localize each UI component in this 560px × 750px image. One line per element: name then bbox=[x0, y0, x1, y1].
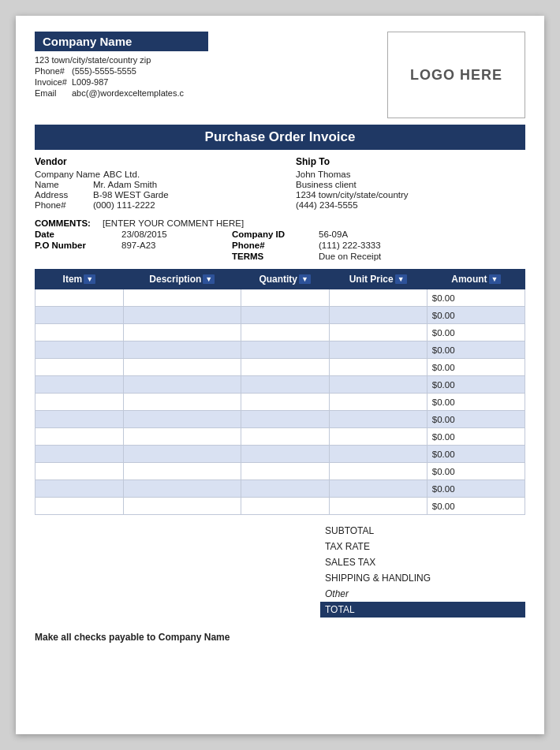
col-description-arrow[interactable]: ▼ bbox=[203, 274, 215, 284]
col-quantity-label: Quantity bbox=[259, 274, 297, 285]
cell-description[interactable] bbox=[123, 428, 241, 446]
table-row[interactable]: $0.00 bbox=[35, 324, 525, 341]
cell-description[interactable] bbox=[123, 376, 241, 394]
table-row[interactable]: $0.00 bbox=[35, 446, 525, 463]
cell-description[interactable] bbox=[123, 411, 241, 428]
cell-quantity[interactable] bbox=[241, 341, 329, 359]
cell-unit_price[interactable] bbox=[329, 376, 427, 394]
cell-description[interactable] bbox=[123, 394, 241, 411]
table-row[interactable]: $0.00 bbox=[35, 411, 525, 428]
cell-description[interactable] bbox=[123, 463, 241, 480]
col-amount-arrow[interactable]: ▼ bbox=[489, 274, 501, 284]
cell-unit_price[interactable] bbox=[329, 411, 427, 428]
cell-amount[interactable]: $0.00 bbox=[427, 324, 525, 341]
cell-description[interactable] bbox=[123, 307, 241, 324]
cell-amount[interactable]: $0.00 bbox=[427, 307, 525, 324]
cell-amount[interactable]: $0.00 bbox=[427, 480, 525, 498]
table-row[interactable]: $0.00 bbox=[35, 376, 525, 394]
cell-description[interactable] bbox=[123, 341, 241, 359]
cell-item[interactable] bbox=[35, 480, 124, 498]
col-item[interactable]: Item ▼ bbox=[35, 270, 124, 289]
cell-quantity[interactable] bbox=[241, 376, 329, 394]
cell-unit_price[interactable] bbox=[329, 463, 427, 480]
table-row[interactable]: $0.00 bbox=[35, 480, 525, 498]
cell-unit_price[interactable] bbox=[329, 359, 427, 376]
email-value: abc(@)wordexceltemplates.c bbox=[72, 88, 189, 99]
cell-amount[interactable]: $0.00 bbox=[427, 341, 525, 359]
cell-unit_price[interactable] bbox=[329, 498, 427, 515]
cell-quantity[interactable] bbox=[241, 324, 329, 341]
table-row[interactable]: $0.00 bbox=[35, 498, 525, 515]
cell-quantity[interactable] bbox=[241, 428, 329, 446]
cell-amount[interactable]: $0.00 bbox=[427, 289, 525, 307]
col-quantity[interactable]: Quantity ▼ bbox=[241, 270, 329, 289]
table-row[interactable]: $0.00 bbox=[35, 394, 525, 411]
comments-value: [ENTER YOUR COMMENT HERE] bbox=[103, 218, 244, 228]
cell-amount[interactable]: $0.00 bbox=[427, 463, 525, 480]
cell-item[interactable] bbox=[35, 498, 124, 515]
table-row[interactable]: $0.00 bbox=[35, 463, 525, 480]
col-item-arrow[interactable]: ▼ bbox=[84, 274, 95, 284]
cell-item[interactable] bbox=[35, 289, 124, 307]
cell-quantity[interactable] bbox=[241, 411, 329, 428]
cell-description[interactable] bbox=[123, 480, 241, 498]
comments-label: COMMENTS: bbox=[35, 218, 98, 228]
cell-unit_price[interactable] bbox=[329, 324, 427, 341]
cell-description[interactable] bbox=[123, 498, 241, 515]
cell-quantity[interactable] bbox=[241, 463, 329, 480]
cell-item[interactable] bbox=[35, 376, 124, 394]
cell-item[interactable] bbox=[35, 411, 124, 428]
cell-item[interactable] bbox=[35, 463, 124, 480]
cell-item[interactable] bbox=[35, 307, 124, 324]
cell-amount[interactable]: $0.00 bbox=[427, 376, 525, 394]
shipto-row-1: Business client bbox=[296, 180, 525, 189]
total-value bbox=[453, 602, 525, 618]
shipto-row-2: 1234 town/city/state/country bbox=[296, 190, 525, 200]
cell-amount[interactable]: $0.00 bbox=[427, 446, 525, 463]
meta-label-4 bbox=[35, 252, 121, 261]
table-row[interactable]: $0.00 bbox=[35, 359, 525, 376]
cell-item[interactable] bbox=[35, 324, 124, 341]
cell-quantity[interactable] bbox=[241, 480, 329, 498]
table-row[interactable]: $0.00 bbox=[35, 428, 525, 446]
cell-unit_price[interactable] bbox=[329, 446, 427, 463]
cell-unit_price[interactable] bbox=[329, 394, 427, 411]
col-amount[interactable]: Amount ▼ bbox=[427, 270, 525, 289]
logo-box: LOGO HERE bbox=[387, 32, 525, 118]
cell-quantity[interactable] bbox=[241, 307, 329, 324]
cell-item[interactable] bbox=[35, 428, 124, 446]
cell-amount[interactable]: $0.00 bbox=[427, 394, 525, 411]
total-value bbox=[453, 570, 525, 586]
cell-unit_price[interactable] bbox=[329, 341, 427, 359]
cell-quantity[interactable] bbox=[241, 394, 329, 411]
cell-description[interactable] bbox=[123, 446, 241, 463]
cell-description[interactable] bbox=[123, 324, 241, 341]
cell-description[interactable] bbox=[123, 359, 241, 376]
cell-quantity[interactable] bbox=[241, 359, 329, 376]
col-description[interactable]: Description ▼ bbox=[123, 270, 241, 289]
cell-amount[interactable]: $0.00 bbox=[427, 428, 525, 446]
cell-unit_price[interactable] bbox=[329, 428, 427, 446]
cell-unit_price[interactable] bbox=[329, 289, 427, 307]
cell-quantity[interactable] bbox=[241, 498, 329, 515]
cell-amount[interactable]: $0.00 bbox=[427, 411, 525, 428]
cell-item[interactable] bbox=[35, 359, 124, 376]
col-unit-price-arrow[interactable]: ▼ bbox=[395, 274, 407, 284]
col-unit-price[interactable]: Unit Price ▼ bbox=[329, 270, 427, 289]
table-row[interactable]: $0.00 bbox=[35, 307, 525, 324]
header-section: Company Name 123 town/city/state/country… bbox=[35, 32, 525, 118]
cell-unit_price[interactable] bbox=[329, 480, 427, 498]
cell-item[interactable] bbox=[35, 341, 124, 359]
cell-item[interactable] bbox=[35, 446, 124, 463]
cell-unit_price[interactable] bbox=[329, 307, 427, 324]
cell-quantity[interactable] bbox=[241, 289, 329, 307]
table-row[interactable]: $0.00 bbox=[35, 289, 525, 307]
cell-item[interactable] bbox=[35, 394, 124, 411]
total-label: TAX RATE bbox=[320, 539, 453, 554]
cell-amount[interactable]: $0.00 bbox=[427, 359, 525, 376]
table-row[interactable]: $0.00 bbox=[35, 341, 525, 359]
col-quantity-arrow[interactable]: ▼ bbox=[299, 274, 311, 284]
cell-quantity[interactable] bbox=[241, 446, 329, 463]
cell-description[interactable] bbox=[123, 289, 241, 307]
cell-amount[interactable]: $0.00 bbox=[427, 498, 525, 515]
